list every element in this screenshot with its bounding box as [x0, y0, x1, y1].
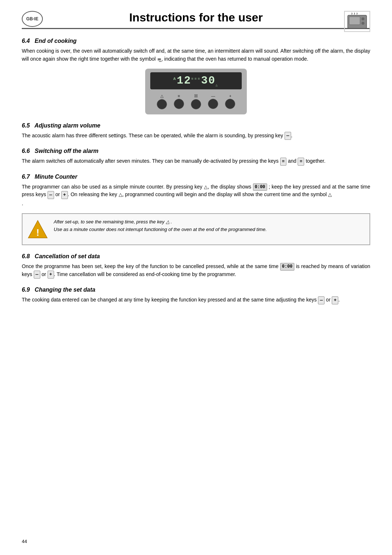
page: GB-IE Instructions for the user 6.4 End …: [0, 0, 392, 555]
minus-icon-label: —: [211, 94, 215, 98]
cooking-icon: [346, 12, 368, 31]
section-6-6-title: 6.6 Switching off the alarm: [22, 148, 370, 154]
section-6-8-title: 6.8 Cancellation of set data: [22, 253, 370, 260]
display-buttons-row: △ ≡ ☒ — +: [150, 92, 242, 111]
section-6-5-title: 6.5 Adjusting alarm volume: [22, 122, 370, 129]
minus-key3-inline: —: [34, 271, 40, 279]
section-6-9-title: 6.9 Changing the set data: [22, 287, 370, 293]
page-title: Instructions for the user: [129, 11, 263, 24]
country-badge: GB-IE: [22, 11, 43, 27]
btn-group-plus: +: [225, 94, 235, 109]
lines-button: [174, 99, 184, 109]
svg-rect-1: [349, 17, 360, 25]
warning-line-2: Use as a minute counter does not interru…: [54, 226, 267, 233]
section-6-8-body: Once the programme has been set, keep th…: [22, 263, 370, 279]
minus-button: [208, 99, 218, 109]
zero-display2-inline: 0:00: [280, 263, 294, 271]
bell-symbol-inline: △: [204, 184, 208, 190]
section-6-6: 6.6 Switching off the alarm The alarm sw…: [22, 148, 370, 165]
section-6-7-body-cont: .: [22, 200, 370, 208]
zero-display-inline: 0:00: [253, 183, 267, 191]
section-6-5: 6.5 Adjusting alarm volume The acoustic …: [22, 122, 370, 140]
page-number: 44: [22, 539, 27, 544]
section-6-5-body: The acoustic alarm has three different s…: [22, 132, 370, 140]
warning-box: ! After set-up, to see the remaining tim…: [22, 213, 370, 245]
bell-symbol3-inline: △: [328, 192, 332, 198]
bell-symbol2-inline: △: [119, 192, 122, 198]
display-screen: A12≡≡≡30△: [150, 72, 242, 89]
minus-key2-inline: —: [48, 191, 54, 199]
warning-triangle-svg: !: [28, 219, 48, 239]
bell-icon-label: △: [160, 94, 163, 98]
btn-group-lines: ≡: [174, 94, 184, 109]
key-lines1-inline: ≡: [280, 158, 287, 166]
btn-group-x: ☒: [191, 94, 201, 109]
section-6-4-body: When cooking is over, the oven will auto…: [22, 47, 370, 63]
warning-triangle-icon: !: [27, 218, 49, 240]
oven-display-widget: A12≡≡≡30△ △ ≡ ☒ —: [145, 69, 247, 114]
section-6-4-title: 6.4 End of cooking: [22, 38, 370, 44]
btn-group-bell: △: [157, 94, 167, 109]
page-header: GB-IE Instructions for the user: [22, 11, 370, 29]
key-lines2-inline: ≡: [298, 158, 304, 166]
plus-button: [225, 99, 235, 109]
x-button: [191, 99, 201, 109]
section-6-9: 6.9 Changing the set data The cooking da…: [22, 287, 370, 304]
header-icon: [344, 11, 370, 32]
section-6-9-body: The cooking data entered can be changed …: [22, 296, 370, 304]
plus-key2-inline: +: [48, 271, 54, 279]
plus-key-inline: +: [61, 191, 68, 199]
section-6-7: 6.7 Minute Counter The programmer can al…: [22, 174, 370, 246]
country-badge-text: GB-IE: [26, 16, 38, 21]
plus-key3-inline: +: [332, 296, 338, 304]
oven-display-image: A12≡≡≡30△ △ ≡ ☒ —: [22, 69, 370, 114]
svg-text:!: !: [36, 227, 40, 238]
lines-icon-label: ≡: [178, 94, 180, 98]
minus-key4-inline: —: [318, 296, 324, 304]
warning-text-content: After set-up, to see the remaining time,…: [54, 218, 267, 233]
bell-button: [157, 99, 167, 109]
section-6-8: 6.8 Cancellation of set data Once the pr…: [22, 253, 370, 279]
svg-point-3: [362, 22, 364, 25]
x-icon-label: ☒: [194, 94, 198, 98]
section-6-7-body: The programmer can also be used as a sim…: [22, 183, 370, 199]
section-6-6-body: The alarm switches off automatically aft…: [22, 157, 370, 165]
plus-icon-label: +: [229, 94, 231, 98]
minus-key-inline: —: [285, 132, 291, 140]
section-6-7-title: 6.7 Minute Counter: [22, 174, 370, 180]
section-6-4: 6.4 End of cooking When cooking is over,…: [22, 38, 370, 114]
warning-line-1: After set-up, to see the remaining time,…: [54, 218, 267, 226]
btn-group-minus: —: [208, 94, 218, 109]
svg-point-2: [362, 17, 364, 20]
